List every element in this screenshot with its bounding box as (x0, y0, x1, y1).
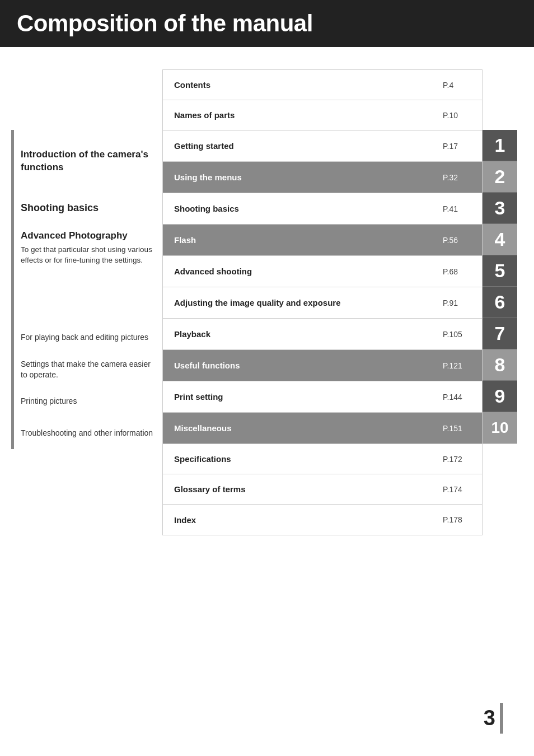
toc-title-misc: Miscellaneous (174, 423, 443, 433)
toc-page-contents: P.4 (443, 81, 471, 90)
page-header: Composition of the manual (0, 0, 534, 47)
ch-num-3: 3 (495, 197, 505, 219)
toc-page-adjust: P.91 (443, 298, 471, 307)
playback-label: For playing back and editing pictures (14, 321, 155, 353)
advanced-photo-label: Advanced Photography To get that particu… (14, 223, 162, 321)
toc-row-advanced-shooting: Advanced shooting P.68 (163, 256, 482, 287)
chapter-10: 10 (483, 412, 517, 444)
toc-row-glossary: Glossary of terms P.174 (163, 474, 482, 505)
toc-title-useful: Useful functions (174, 361, 443, 370)
ch-num-8: 8 (495, 354, 505, 376)
page-wrapper: Composition of the manual Introduction o… (0, 0, 534, 580)
toc-title-print: Print setting (174, 392, 443, 402)
chapter-nums-col: 1 2 3 4 5 6 7 (483, 69, 517, 535)
toc-row-playback: Playback P.105 (163, 319, 482, 350)
intro-label-section: Introduction of the camera's functions (11, 130, 162, 193)
intro-text: Introduction of the camera's functions (21, 148, 156, 174)
intro-label: Introduction of the camera's functions (14, 130, 162, 193)
chapter-8: 8 (483, 349, 517, 381)
toc-title-index: Index (174, 515, 443, 525)
print-label: Printing pictures (14, 385, 83, 417)
chapter-1: 1 (483, 130, 517, 161)
ch-num-1: 1 (495, 134, 505, 156)
toc-title-playback: Playback (174, 329, 443, 339)
ch-num-7: 7 (495, 323, 505, 344)
toc-page-names: P.10 (443, 111, 471, 120)
toc-row-menus: Using the menus P.32 (163, 162, 482, 193)
toc-page-playback: P.105 (443, 330, 471, 339)
advanced-photo-title: Advanced Photography (21, 230, 156, 241)
toc-row-misc: Miscellaneous P.151 (163, 413, 482, 444)
print-section: Printing pictures (11, 385, 162, 417)
page-title: Composition of the manual (17, 10, 517, 37)
toc-title-specs: Specifications (174, 454, 443, 464)
toc-title-getting-started: Getting started (174, 141, 443, 151)
toc-title-shooting: Shooting basics (174, 204, 443, 213)
chapter-6: 6 (483, 287, 517, 318)
advanced-photo-section: Advanced Photography To get that particu… (11, 223, 162, 321)
footer-bar (500, 703, 503, 734)
top-spacer (11, 69, 162, 130)
toc-page-specs: P.172 (443, 455, 471, 464)
chapter-5: 5 (483, 255, 517, 287)
toc-page-index: P.178 (443, 515, 471, 524)
toc-page-menus: P.32 (443, 173, 471, 182)
toc-page-shooting: P.41 (443, 204, 471, 213)
basic-photo-section: Shooting basics (11, 193, 162, 223)
toc-row-flash: Flash P.56 (163, 225, 482, 256)
ch-num-9: 9 (495, 385, 505, 407)
useful-section: Settings that make the camera easier to … (11, 353, 162, 385)
toc-row-specs: Specifications P.172 (163, 444, 482, 474)
toc-page-glossary: P.174 (443, 485, 471, 494)
chapter-3: 3 (483, 193, 517, 224)
useful-text: Settings that make the camera easier to … (21, 359, 156, 380)
ch-num-4: 4 (495, 228, 505, 250)
toc-page-advanced-shooting: P.68 (443, 267, 471, 276)
trouble-label: Troubleshooting and other information (14, 417, 160, 449)
ch-spacer-top (483, 69, 517, 130)
toc-row-index: Index P.178 (163, 505, 482, 535)
ch-num-10: 10 (491, 419, 508, 437)
trouble-text: Troubleshooting and other information (21, 428, 153, 438)
toc-title-advanced-shooting: Advanced shooting (174, 267, 443, 276)
toc-row-names: Names of parts P.10 (163, 100, 482, 130)
advanced-photo-sub: To get that particular shot using variou… (21, 245, 156, 266)
toc-page-useful: P.121 (443, 361, 471, 370)
left-labels-col: Introduction of the camera's functions S… (11, 69, 162, 535)
playback-section: For playing back and editing pictures (11, 321, 162, 353)
toc-page-print: P.144 (443, 393, 471, 402)
ch-num-5: 5 (495, 260, 505, 282)
toc-title-names: Names of parts (174, 110, 443, 120)
toc-row-adjust: Adjusting the image quality and exposure… (163, 287, 482, 319)
playback-text: For playing back and editing pictures (21, 332, 148, 343)
ch-num-6: 6 (495, 291, 505, 313)
page-footer: 3 (484, 703, 503, 734)
toc-title-glossary: Glossary of terms (174, 484, 443, 494)
toc-page-getting-started: P.17 (443, 142, 471, 151)
chapter-7: 7 (483, 318, 517, 349)
toc-row-contents: Contents P.4 (163, 70, 482, 100)
toc-row-useful: Useful functions P.121 (163, 350, 482, 381)
ch-num-2: 2 (495, 166, 505, 188)
chapter-4: 4 (483, 224, 517, 255)
trouble-section: Troubleshooting and other information (11, 417, 162, 449)
chapter-9: 9 (483, 381, 517, 412)
toc-table: Contents P.4 Names of parts P.10 Getting… (162, 69, 483, 535)
ch-spacer-bottom (483, 444, 517, 535)
toc-row-print: Print setting P.144 (163, 381, 482, 413)
toc-page-misc: P.151 (443, 424, 471, 433)
toc-title-flash: Flash (174, 235, 443, 245)
toc-row-shooting: Shooting basics P.41 (163, 193, 482, 225)
basic-photo-label: Shooting basics (14, 193, 105, 223)
chapter-2: 2 (483, 161, 517, 193)
page-footer-number: 3 (484, 706, 495, 730)
toc-title-menus: Using the menus (174, 172, 443, 182)
toc-title-contents: Contents (174, 80, 443, 90)
basic-photo-text: Shooting basics (21, 202, 99, 214)
toc-title-adjust: Adjusting the image quality and exposure (174, 297, 443, 309)
useful-label: Settings that make the camera easier to … (14, 353, 162, 385)
toc-row-getting-started: Getting started P.17 (163, 130, 482, 162)
toc-page-flash: P.56 (443, 236, 471, 245)
print-text: Printing pictures (21, 396, 77, 407)
